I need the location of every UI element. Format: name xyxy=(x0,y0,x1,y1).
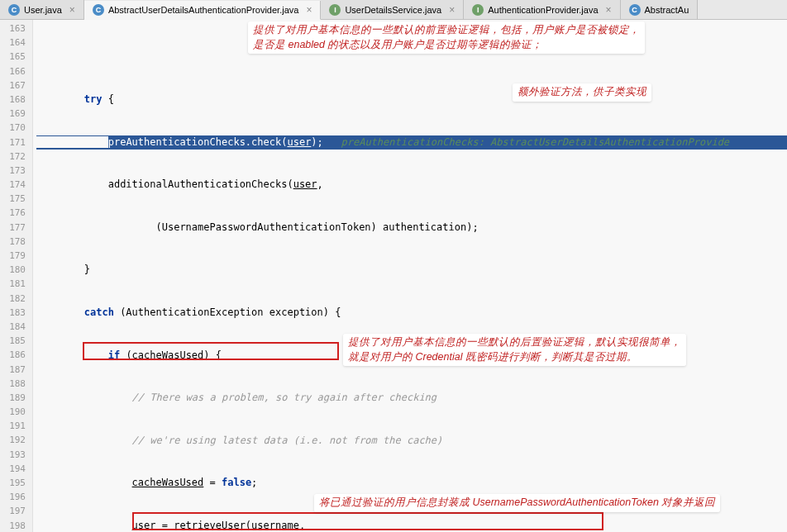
line-number: 184 xyxy=(0,320,26,334)
line-number: 194 xyxy=(0,462,26,476)
tab-userdetails-service[interactable]: IUserDetailsService.java× xyxy=(321,0,464,19)
class-icon: C xyxy=(8,4,20,16)
tab-user[interactable]: CUser.java× xyxy=(0,0,84,19)
line-number: 195 xyxy=(0,476,26,490)
line-number: 167 xyxy=(0,78,26,93)
annotation-return: 将已通过验证的用户信息封装成 UsernamePasswordAuthentic… xyxy=(314,494,720,512)
annotation-post-auth: 提供了对用户基本信息的一些默认的后置验证逻辑，默认实现很简单，就是对用户的 Cr… xyxy=(343,334,686,366)
line-number: 198 xyxy=(0,519,26,532)
line-number: 164 xyxy=(0,36,26,50)
code-line: additionalAuthenticationChecks(user, xyxy=(36,178,787,192)
line-number: 189 xyxy=(0,391,26,405)
code-line: } xyxy=(36,263,787,277)
line-number: 172 xyxy=(0,150,26,164)
line-number: 173 xyxy=(0,164,26,178)
class-icon: C xyxy=(93,4,104,16)
interface-icon: I xyxy=(329,4,341,16)
line-number: 196 xyxy=(0,490,26,504)
line-number: 168 xyxy=(0,93,26,107)
line-number: 180 xyxy=(0,263,26,277)
line-number: 171 xyxy=(0,135,26,150)
editor-tabs: CUser.java× CAbstractUserDetailsAuthenti… xyxy=(0,0,787,20)
class-icon: C xyxy=(629,4,641,16)
code-line: // There was a problem, so try again aft… xyxy=(36,391,787,405)
annotation-pre-auth: 提供了对用户基本信息的一些默认的前置验证逻辑，包括，用户账户是否被锁定，是否是 … xyxy=(248,21,645,54)
line-number: 188 xyxy=(0,377,26,391)
line-number: 193 xyxy=(0,448,26,462)
code-line: cacheWasUsed = false; xyxy=(36,476,787,490)
line-number: 177 xyxy=(0,221,26,235)
line-number: 185 xyxy=(0,334,26,348)
close-icon[interactable]: × xyxy=(606,4,612,16)
line-number: 169 xyxy=(0,107,26,121)
line-number: 192 xyxy=(0,433,26,447)
close-icon[interactable]: × xyxy=(306,4,312,16)
line-number: 163 xyxy=(0,21,26,36)
line-number: 191 xyxy=(0,419,26,433)
annotation-additional: 额外验证方法，供子类实现 xyxy=(513,83,651,102)
line-gutter: 1631641651661671681691701711721731741751… xyxy=(0,20,33,532)
line-number: 181 xyxy=(0,277,26,291)
code-line: // we're using latest data (i.e. not fro… xyxy=(36,434,787,448)
line-number: 166 xyxy=(0,64,26,78)
line-number: 190 xyxy=(0,405,26,419)
highlight-box-post-auth xyxy=(83,342,339,360)
line-number: 179 xyxy=(0,249,26,263)
tab-auth-provider[interactable]: IAuthenticationProvider.java× xyxy=(464,0,620,19)
tab-abstract-au[interactable]: CAbstractAu xyxy=(621,0,699,19)
line-number: 176 xyxy=(0,206,26,220)
close-icon[interactable]: × xyxy=(69,4,75,16)
line-number: 165 xyxy=(0,50,26,64)
line-number: 197 xyxy=(0,504,26,518)
close-icon[interactable]: × xyxy=(449,4,455,16)
tab-abstract-provider[interactable]: CAbstractUserDetailsAuthenticationProvid… xyxy=(84,1,322,20)
code-line: catch (AuthenticationException exception… xyxy=(36,306,787,320)
code-area[interactable]: try { preAuthenticationChecks.check(user… xyxy=(33,20,787,532)
line-number: 170 xyxy=(0,121,26,135)
line-number: 187 xyxy=(0,363,26,377)
line-number: 186 xyxy=(0,348,26,362)
code-line-highlighted: preAuthenticationChecks.check(user); pre… xyxy=(36,135,787,150)
line-number: 183 xyxy=(0,306,26,320)
highlight-box-return xyxy=(132,512,603,530)
interface-icon: I xyxy=(472,4,484,16)
code-line: (UsernamePasswordAuthenticationToken) au… xyxy=(36,221,787,235)
line-number: 182 xyxy=(0,292,26,306)
code-editor[interactable]: 1631641651661671681691701711721731741751… xyxy=(0,20,787,532)
line-number: 174 xyxy=(0,178,26,192)
code-line: try { xyxy=(36,93,787,107)
line-number: 175 xyxy=(0,192,26,206)
line-number: 178 xyxy=(0,235,26,249)
inline-hint: preAuthenticationChecks: AbstractUserDet… xyxy=(323,136,729,148)
